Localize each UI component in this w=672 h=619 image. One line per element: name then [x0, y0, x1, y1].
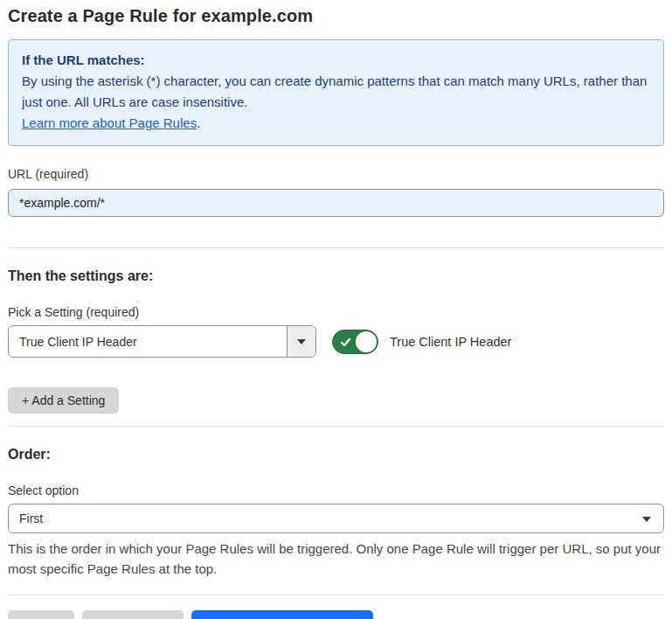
setting-row: True Client IP Header True Client IP Hea…	[8, 325, 664, 358]
true-client-ip-toggle[interactable]	[332, 330, 378, 354]
save-and-deploy-button[interactable]: Save and Deploy Page Rule	[191, 610, 373, 619]
footer-button-row: Cancel Save as Draft Save and Deploy Pag…	[8, 610, 664, 619]
url-input[interactable]	[8, 189, 664, 217]
toggle-knob	[356, 331, 377, 352]
check-icon	[340, 337, 351, 348]
save-as-draft-button[interactable]: Save as Draft	[82, 610, 184, 619]
setting-select-value: True Client IP Header	[9, 326, 287, 357]
section-divider-2	[8, 426, 664, 427]
info-box-link-line: Learn more about Page Rules.	[22, 113, 650, 134]
url-match-info-box: If the URL matches: By using the asteris…	[8, 39, 664, 146]
info-box-heading: If the URL matches:	[22, 50, 650, 71]
order-select-value: First	[19, 511, 43, 525]
chevron-down-icon	[642, 517, 651, 522]
url-field-label: URL (required)	[8, 167, 664, 181]
add-setting-button[interactable]: + Add a Setting	[8, 387, 119, 414]
learn-more-link[interactable]: Learn more about Page Rules	[22, 115, 197, 130]
order-help-text: This is the order in which your Page Rul…	[8, 539, 664, 579]
settings-section-heading: Then the settings are:	[8, 268, 664, 284]
section-divider-3	[8, 595, 664, 595]
cancel-button[interactable]: Cancel	[8, 610, 74, 619]
pick-setting-label: Pick a Setting (required)	[8, 305, 664, 319]
order-section-heading: Order:	[8, 447, 664, 463]
order-select[interactable]: First	[8, 504, 664, 533]
toggle-label: True Client IP Header	[390, 335, 511, 349]
page-title: Create a Page Rule for example.com	[8, 6, 664, 26]
link-suffix: .	[197, 115, 200, 130]
setting-select-arrow-button[interactable]	[287, 326, 315, 357]
section-divider-1	[8, 247, 664, 248]
info-box-body: By using the asterisk (*) character, you…	[22, 71, 650, 113]
setting-select[interactable]: True Client IP Header	[8, 325, 316, 358]
order-select-label: Select option	[8, 483, 664, 497]
chevron-down-icon	[297, 339, 306, 344]
create-page-rule-form: Create a Page Rule for example.com If th…	[0, 0, 672, 619]
